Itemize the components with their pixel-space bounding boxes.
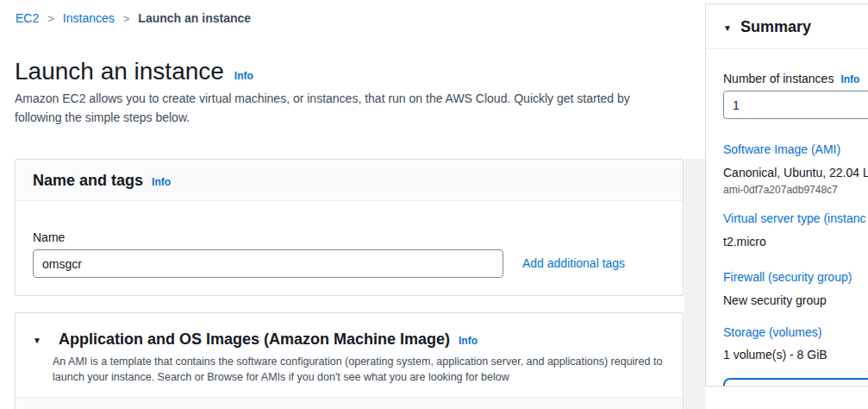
page-title-info-link[interactable]: Info	[234, 70, 253, 82]
collapse-arrow-icon[interactable]: ▼	[723, 23, 732, 33]
ami-section-card: ▼ Application and OS Images (Amazon Mach…	[15, 312, 684, 409]
ami-section-info-link[interactable]: Info	[459, 335, 478, 347]
summary-panel: ▼ Summary Number of instances Info Softw…	[705, 3, 868, 387]
name-and-tags-info-link[interactable]: Info	[152, 176, 171, 188]
summary-firewall-link[interactable]: Firewall (security group)	[723, 270, 852, 284]
summary-software-image-link[interactable]: Software Image (AMI)	[723, 142, 840, 156]
add-additional-tags-link[interactable]: Add additional tags	[522, 256, 625, 270]
summary-ami-id: ami-0df7a207adb9748c7	[723, 184, 838, 196]
chevron-right-icon: >	[123, 12, 130, 25]
summary-instance-type-link[interactable]: Virtual server type (instanc	[723, 211, 865, 225]
summary-firewall-value: New security group	[723, 293, 827, 307]
summary-storage-value: 1 volume(s) - 8 GiB	[723, 348, 827, 362]
summary-storage-link[interactable]: Storage (volumes)	[723, 325, 821, 339]
launch-instance-page: EC2 > Instances > Launch an instance Lau…	[0, 0, 868, 409]
number-of-instances-input[interactable]	[723, 91, 868, 119]
breadcrumb-link-ec2[interactable]: EC2	[16, 11, 39, 25]
ami-section-description: An AMI is a template that contains the s…	[53, 354, 665, 385]
name-field-label: Name	[33, 230, 65, 244]
ami-section-title: Application and OS Images (Amazon Machin…	[59, 330, 450, 349]
name-input[interactable]	[33, 249, 503, 278]
number-of-instances-info-link[interactable]: Info	[840, 73, 859, 85]
page-title: Launch an instance	[15, 57, 224, 86]
number-of-instances-label: Number of instances	[723, 72, 834, 85]
name-and-tags-title: Name and tags	[33, 172, 143, 190]
summary-bottom-button[interactable]	[723, 378, 868, 387]
content-gutter	[684, 159, 705, 409]
page-description: Amazon EC2 allows you to create virtual …	[15, 89, 675, 127]
ami-section-body	[16, 397, 683, 409]
breadcrumb: EC2 > Instances > Launch an instance	[16, 11, 251, 25]
breadcrumb-current: Launch an instance	[138, 11, 251, 25]
summary-instance-type-value: t2.micro	[723, 235, 766, 249]
collapse-arrow-icon[interactable]: ▼	[33, 336, 41, 345]
chevron-right-icon: >	[47, 12, 54, 25]
summary-software-image-value: Canonical, Ubuntu, 22.04 L	[723, 166, 868, 179]
breadcrumb-link-instances[interactable]: Instances	[63, 11, 115, 25]
name-and-tags-card: Name and tags Info Name Add additional t…	[15, 159, 684, 296]
summary-title: Summary	[740, 18, 811, 36]
